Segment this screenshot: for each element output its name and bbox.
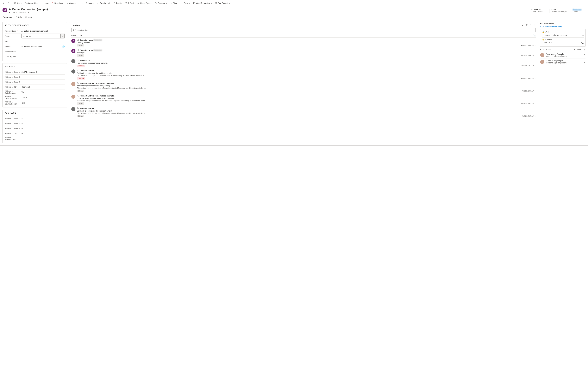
address-value[interactable]: Redmond xyxy=(21,86,65,88)
timeline-item[interactable]: JLDonation fromRedactedOffering SupportC… xyxy=(71,38,536,48)
svg-rect-15 xyxy=(77,49,79,51)
website-value[interactable]: http://www.adatum.com/ xyxy=(21,45,62,48)
deactivate-button[interactable]: Deactivate xyxy=(50,1,64,5)
phone-field[interactable] xyxy=(21,34,65,39)
timeline-item[interactable]: Email fromReplacement product shipped (s… xyxy=(71,58,536,68)
timeline-add-icon[interactable]: ＋ xyxy=(522,24,524,27)
timeline-date[interactable]: 4/3/2021 2:07 AM ⌄ xyxy=(521,78,536,79)
stat-employees: 6,200 xyxy=(551,9,567,11)
timeline-item[interactable]: JLDonation fromRedactedThank youClosed4/… xyxy=(71,48,536,58)
svg-point-4 xyxy=(67,2,67,3)
email-action-icon[interactable]: ✉ xyxy=(582,34,584,36)
assign-button[interactable]: Assign xyxy=(84,1,95,5)
contacts-view-icon[interactable]: ☰ xyxy=(574,48,575,51)
primary-contact-link[interactable]: Rene Valdes (sample) xyxy=(540,25,586,27)
timeline-item[interactable]: Phone Call from Rene Valdes (sample)Sche… xyxy=(71,93,536,106)
timeline-item[interactable]: Phone Call fromCall back to understand t… xyxy=(71,68,536,81)
primary-contact-card: 🔒Email someone_i@example.com✉ 🔒Business … xyxy=(540,29,586,47)
status-badge: Closed xyxy=(77,44,84,46)
timeline-date[interactable]: 4/3/2021 2:07 AM ⌄ xyxy=(521,90,536,92)
account-name-value[interactable]: A. Datum Corporation (sample) xyxy=(21,30,65,32)
phone-action-icon[interactable]: 📞 xyxy=(581,42,584,44)
contacts-section: CONTACTS ☰ Select ⋮ Rene Valdes (sample)… xyxy=(540,48,586,65)
contact-more-icon[interactable]: ⋮ xyxy=(584,61,586,63)
tab-summary[interactable]: Summary xyxy=(2,15,12,20)
timeline-date[interactable]: 4/3/2021 2:08 AM ⌄ xyxy=(521,44,536,46)
timeline-avatar xyxy=(71,95,75,99)
address-value[interactable]: --- xyxy=(21,122,65,125)
svg-rect-3 xyxy=(52,2,53,4)
form-selector[interactable]: main form xyxy=(18,11,30,14)
timeline-date[interactable]: 4/3/2021 2:07 AM ⌄ xyxy=(521,103,536,104)
svg-rect-11 xyxy=(193,2,195,4)
status-badge: Overdue xyxy=(77,64,85,67)
address-value[interactable]: --- xyxy=(21,127,65,129)
timeline-avatar: JL xyxy=(71,39,75,43)
connect-button[interactable]: Connect xyxy=(65,1,78,5)
contact-row[interactable]: Rene Valdes (sample)someone_i@example.co… xyxy=(540,52,586,59)
phone-input[interactable] xyxy=(22,34,60,38)
timeline-date[interactable]: 4/3/2021 2:07 AM ⌄ xyxy=(521,65,536,67)
contact-more-icon[interactable]: ⋮ xyxy=(584,54,586,56)
timeline-search[interactable] xyxy=(71,28,536,32)
address-value[interactable]: 2137 Birchwood Dr xyxy=(21,71,65,73)
run-report-button[interactable]: Run Report⌄ xyxy=(214,1,231,5)
address-value[interactable]: --- xyxy=(21,76,65,78)
contact-row[interactable]: Susan Burk (sample)someone_l@example.com… xyxy=(540,59,586,65)
fax-value[interactable]: --- xyxy=(21,41,65,43)
address-value[interactable]: --- xyxy=(21,81,65,83)
check-access-button[interactable]: Check Access xyxy=(136,1,153,5)
attachment-icon[interactable]: 📎 xyxy=(533,34,536,37)
panel-icon[interactable] xyxy=(6,1,11,5)
address-value[interactable]: 78214 xyxy=(21,96,65,99)
command-bar: Save Save & Close New Deactivate Connect… xyxy=(0,0,588,6)
lock-icon: 🔒 xyxy=(542,31,544,33)
word-templates-button[interactable]: Word Templates⌄ xyxy=(192,1,213,5)
svg-point-13 xyxy=(73,30,74,31)
globe-icon[interactable]: 🌐 xyxy=(62,45,65,48)
address2-card: ADDRESS 2 Address 2: Street 1---Address … xyxy=(2,110,67,143)
contact-phone[interactable]: 555-0108 xyxy=(544,42,552,44)
connect-dropdown[interactable]: ⌄ xyxy=(80,1,84,5)
activity-type-icon xyxy=(77,69,79,72)
activity-type-icon xyxy=(77,107,79,110)
timeline-date[interactable]: 4/3/2021 2:08 AM ⌄ xyxy=(521,55,536,56)
save-button[interactable]: Save xyxy=(13,1,23,5)
timeline-filter-icon[interactable] xyxy=(525,24,528,27)
contact-avatar xyxy=(540,60,544,64)
timeline-date[interactable]: 4/3/2021 2:07 AM ⌄ xyxy=(521,115,536,117)
address-value[interactable]: --- xyxy=(21,117,65,120)
tab-related[interactable]: Related xyxy=(25,15,33,20)
flow-button[interactable]: Flow⌄ xyxy=(180,1,191,5)
timeline-item[interactable]: Phone Call from Susan Burk (sample)Infor… xyxy=(71,81,536,93)
phone-call-icon[interactable] xyxy=(60,34,64,38)
refresh-button[interactable]: Refresh xyxy=(124,1,136,5)
timeline-note-input[interactable]: Enter a note... 📎 xyxy=(71,33,536,38)
timeline-item[interactable]: Phone Call fromCall back to understand t… xyxy=(71,106,536,118)
delete-button[interactable]: Delete xyxy=(112,1,123,5)
timeline-more-icon[interactable]: ⋮ xyxy=(534,24,536,27)
share-button[interactable]: Share xyxy=(169,1,179,5)
parent-account-value[interactable]: --- xyxy=(21,50,65,53)
address-value[interactable]: U.S. xyxy=(21,102,65,104)
svg-rect-14 xyxy=(77,39,79,41)
contact-email[interactable]: someone_i@example.com xyxy=(544,34,567,36)
process-button[interactable]: Process⌄ xyxy=(154,1,168,5)
timeline-avatar xyxy=(71,82,75,86)
lock-icon: 🔒 xyxy=(542,39,544,41)
tab-details[interactable]: Details xyxy=(15,15,22,20)
back-button[interactable] xyxy=(1,1,6,5)
record-avatar: AD xyxy=(2,8,7,12)
timeline-sort-icon[interactable] xyxy=(530,24,532,27)
contacts-more-icon[interactable]: ⋮ xyxy=(584,48,586,51)
status-badge: Closed xyxy=(77,102,84,105)
save-close-button[interactable]: Save & Close xyxy=(23,1,40,5)
contacts-select-button[interactable]: Select xyxy=(577,48,582,51)
email-link-button[interactable]: Email a Link xyxy=(96,1,112,5)
ticker-value[interactable]: --- xyxy=(21,56,65,58)
address-value[interactable]: --- xyxy=(21,138,65,140)
new-button[interactable]: New xyxy=(41,1,50,5)
timeline-search-input[interactable] xyxy=(75,29,534,31)
address-value[interactable]: WA xyxy=(21,91,65,93)
address-value[interactable]: --- xyxy=(21,132,65,134)
